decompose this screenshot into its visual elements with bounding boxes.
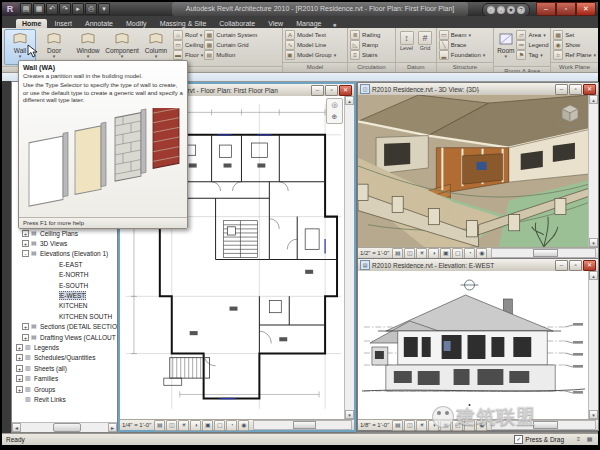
child-close-icon[interactable]: ✕ [339, 85, 352, 96]
ribbon-small-button[interactable]: ≔ Legend▾ [516, 40, 548, 49]
browser-tree-item[interactable]: E-EAST [14, 259, 117, 269]
ribbon-tab[interactable]: Collaborate [213, 19, 261, 28]
ribbon-small-button[interactable]: ▬ Floor▾ [173, 50, 203, 59]
ribbon-stack-button[interactable]: # Grid [416, 29, 434, 61]
browser-tree-item[interactable]: KITCHEN SOUTH [14, 311, 117, 321]
ribbon-small-button[interactable]: ▣ Model Group▾ [285, 50, 336, 59]
viewcube-icon[interactable] [555, 99, 585, 129]
browser-tree-item[interactable]: + ▥ Schedules/Quantities [14, 353, 117, 363]
ribbon-tab[interactable]: View [262, 19, 289, 28]
tree-expand-icon[interactable]: + [22, 240, 29, 247]
ribbon-small-button[interactable]: A Model Text▾ [285, 30, 336, 39]
scroll-up-icon[interactable]: ▴ [589, 95, 598, 104]
ribbon-small-button[interactable]: ≣ Railing▾ [350, 30, 380, 39]
ribbon-small-button[interactable]: ▭ Beam▾ [439, 30, 486, 39]
ribbon-small-button[interactable]: ▦ Curtain System▾ [204, 30, 257, 39]
browser-tree-item[interactable]: + ▥ Families [14, 373, 117, 383]
panel-label-room-area[interactable]: Room & Area [494, 66, 550, 72]
scroll-up-icon[interactable]: ▴ [589, 271, 598, 280]
tree-expand-icon[interactable]: + [16, 375, 23, 382]
elevation-vscrollbar[interactable]: ▴ ▾ [588, 271, 598, 419]
tree-expand-icon[interactable]: + [16, 344, 23, 351]
tree-expand-icon[interactable]: + [16, 354, 23, 361]
tree-expand-icon[interactable]: + [16, 365, 23, 372]
scroll-down-icon[interactable]: ▾ [345, 410, 354, 419]
ribbon-small-button[interactable]: ╲ Brace▾ [439, 40, 486, 49]
ribbon-small-button[interactable]: ▦ Set▾ [553, 30, 596, 39]
tree-expand-icon[interactable]: - [22, 250, 29, 257]
ribbon-tab[interactable]: Massing & Site [154, 19, 213, 28]
browser-tree-item[interactable]: + ▥ Groups [14, 384, 117, 394]
floorplan-vscrollbar[interactable]: ▴ ▾ [344, 96, 354, 419]
panel-label-model[interactable]: Model [283, 62, 347, 72]
press-drag-toggle[interactable]: ✓ Press & Drag [514, 435, 564, 444]
room-button[interactable]: Room ▾ [496, 29, 515, 65]
ribbon-small-button[interactable]: ⚑ Tag▾ [516, 50, 548, 59]
scroll-left-icon[interactable]: ◂ [12, 423, 21, 432]
view3d-vscrollbar[interactable]: ▴ ▾ [588, 95, 598, 247]
view3d-hscrollbar[interactable] [491, 248, 596, 258]
ribbon-tab[interactable]: Annotate [79, 19, 119, 28]
child-minimize-icon[interactable]: – [311, 85, 324, 96]
scroll-down-icon[interactable]: ▾ [589, 238, 598, 247]
elevation-canvas[interactable] [358, 271, 589, 419]
ribbon-small-button[interactable]: ∿ Model Line▾ [285, 40, 336, 49]
ribbon-tab[interactable]: Home [16, 19, 47, 28]
ribbon-small-button[interactable]: ⌂ Roof▾ [173, 30, 203, 39]
browser-tree-item[interactable]: - ▤ Elevations (Elevation 1) [14, 249, 117, 259]
ribbon-tab[interactable]: Manage [290, 19, 327, 28]
browser-hscrollbar[interactable]: ◂ ▸ [12, 422, 117, 432]
ribbon-small-button[interactable]: ▱ Area▾ [516, 30, 548, 39]
child-restore-icon[interactable]: ▫ [569, 84, 582, 95]
panel-label-datum[interactable]: Datum [396, 62, 436, 72]
browser-tree-item[interactable]: E-WEST [14, 290, 117, 300]
view3d-canvas[interactable] [358, 95, 589, 247]
child-minimize-icon[interactable]: – [555, 260, 568, 271]
checkbox-checked-icon[interactable]: ✓ [514, 435, 523, 444]
ribbon-tab[interactable]: Modify [120, 19, 153, 28]
ribbon-small-button[interactable]: ◺ Ramp▾ [350, 40, 380, 49]
ribbon-small-button[interactable]: ⌗ Ref Plane▾ [553, 50, 596, 59]
ribbon-small-button[interactable]: ▭ Ceiling▾ [173, 40, 203, 49]
scale-button[interactable]: 1/4" = 1'-0" [122, 422, 151, 428]
scroll-right-icon[interactable]: ▸ [108, 423, 117, 432]
browser-tree-item[interactable]: + ▤ Ceiling Plans [14, 228, 117, 238]
scale-button[interactable]: 1/2" = 1'-0" [360, 250, 389, 256]
ribbon-small-button[interactable]: ▤ Mullion▾ [204, 50, 257, 59]
panel-label-circulation[interactable]: Circulation [348, 62, 395, 72]
browser-tree-item[interactable]: E-SOUTH [14, 280, 117, 290]
ribbon-small-button[interactable]: ◉ Show▾ [553, 40, 596, 49]
tree-expand-icon[interactable]: + [16, 386, 23, 393]
browser-tree-item[interactable]: + ▥ Legends [14, 342, 117, 352]
floorplan-hscrollbar[interactable] [253, 420, 352, 430]
browser-tree-item[interactable]: + ▤ Sections (DETAIL SECTION) [14, 322, 117, 332]
ribbon-small-button[interactable]: ▂ Foundation▾ [439, 50, 486, 59]
browser-tree-item[interactable]: + ▤ Drafting Views (CALLOUT TYP) [14, 332, 117, 342]
elevation-hscrollbar[interactable] [491, 420, 596, 430]
application-menu-button[interactable]: R [2, 3, 18, 16]
tree-expand-icon[interactable]: + [22, 230, 29, 237]
browser-tree-item[interactable]: ▥ Revit Links [14, 394, 117, 404]
browser-tree-item[interactable]: E-NORTH [14, 270, 117, 280]
ribbon-small-button[interactable]: ▦ Curtain Grid▾ [204, 40, 257, 49]
scroll-down-icon[interactable]: ▾ [589, 410, 598, 419]
tree-expand-icon[interactable]: + [22, 323, 29, 330]
panel-label-work-plane[interactable]: Work Plane [551, 62, 598, 72]
child-close-icon[interactable]: ✕ [583, 84, 596, 95]
browser-tree-item[interactable]: + ▥ Sheets (all) [14, 363, 117, 373]
child-restore-icon[interactable]: ▫ [569, 260, 582, 271]
scroll-up-icon[interactable]: ▴ [345, 96, 354, 105]
ribbon-tab[interactable]: Insert [48, 19, 78, 28]
ribbon-small-button[interactable]: ≡ Stairs▾ [350, 50, 380, 59]
scale-button[interactable]: 1/8" = 1'-0" [360, 422, 389, 428]
panel-label-structure[interactable]: Structure [437, 62, 493, 72]
tree-expand-icon[interactable]: + [22, 334, 29, 341]
elevation-window[interactable]: ▤ R2010 Residence.rvt - Elevation: E-WES… [357, 258, 599, 431]
ribbon-stack-button[interactable]: ↕ Level [398, 29, 416, 61]
browser-tree-item[interactable]: + ▤ 3D Views [14, 238, 117, 248]
child-restore-icon[interactable]: ▫ [325, 85, 338, 96]
ribbon-state-icon[interactable]: ● [332, 21, 336, 28]
child-close-icon[interactable]: ✕ [583, 260, 596, 271]
child-minimize-icon[interactable]: – [555, 84, 568, 95]
scroll-thumb[interactable] [53, 423, 81, 432]
